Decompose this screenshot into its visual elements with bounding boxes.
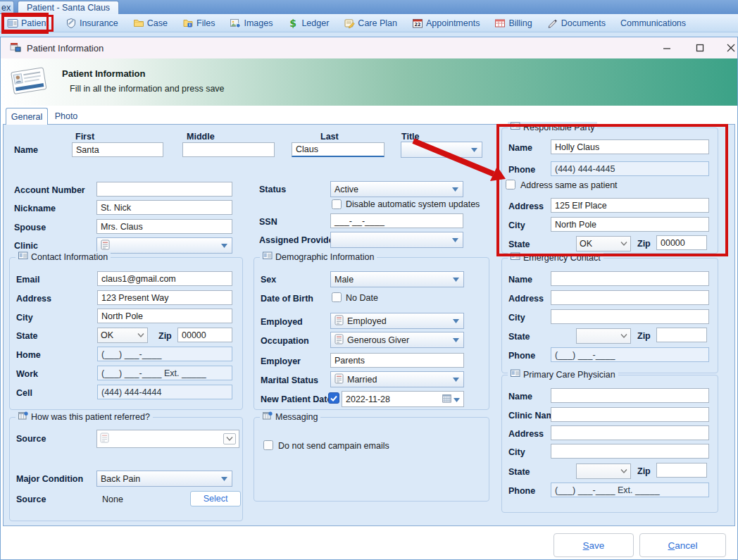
svg-text:22: 22 <box>414 22 420 27</box>
first-name-input[interactable]: Santa <box>72 142 163 157</box>
cell-phone-input[interactable]: (444) 444-4444 <box>97 385 232 399</box>
tab-photo[interactable]: Photo <box>49 108 83 124</box>
toolbar-label: Documents <box>561 18 606 28</box>
campaign-email-optout-checkbox[interactable] <box>263 440 273 450</box>
ec-state-select[interactable] <box>576 328 631 344</box>
cancel-button[interactable]: Cancel <box>639 533 726 557</box>
status-select[interactable]: Active <box>330 181 463 197</box>
state-select[interactable]: OK <box>97 328 148 343</box>
home-phone-input[interactable]: (___) ___-____ <box>97 347 232 361</box>
toolbar-appointments-button[interactable]: 22 Appointments <box>409 16 482 30</box>
pcp-phone-input[interactable]: (___) ___-____ Ext. _____ <box>551 483 709 497</box>
status-label: Status <box>259 185 286 194</box>
employer-input[interactable]: Parents <box>330 353 464 368</box>
toolbar-label: Insurance <box>80 18 118 28</box>
ec-name-input[interactable] <box>551 271 709 286</box>
major-condition-select[interactable]: Back Pain <box>96 471 232 487</box>
window-title: Patient Information <box>27 43 104 54</box>
toolbar-case-button[interactable]: Case <box>130 16 170 30</box>
address-input[interactable]: 123 Present Way <box>97 290 232 305</box>
tab-patient-santa-claus[interactable]: Patient - Santa Claus <box>18 1 119 14</box>
email-input[interactable]: claus1@gmail.com <box>97 271 232 286</box>
tab-index-partial[interactable]: ex <box>0 1 14 14</box>
address-same-as-patient-label: Address same as patient <box>520 180 618 190</box>
nickname-input[interactable]: St. Nick <box>96 200 232 215</box>
disable-updates-checkbox[interactable] <box>332 199 342 209</box>
toolbar-files-button[interactable]: i Files <box>180 16 218 30</box>
module-toolbar: Patient Insurance Case i Files Images $ … <box>0 14 738 32</box>
spouse-input[interactable]: Mrs. Claus <box>96 219 232 234</box>
select-referral-button[interactable]: Select <box>190 491 241 506</box>
toolbar-care-plan-button[interactable]: Care Plan <box>341 16 400 30</box>
maximize-button[interactable] <box>684 37 715 58</box>
pcp-state-select[interactable] <box>576 463 631 479</box>
banner-title: Patient Information <box>62 68 145 79</box>
ec-phone-label: Phone <box>508 351 535 361</box>
nickname-label: Nickname <box>14 204 56 213</box>
dollar-icon: $ <box>287 18 299 29</box>
pcp-city-input[interactable] <box>551 444 709 459</box>
toolbar-communications-button[interactable]: Communications <box>618 17 689 30</box>
ec-city-input[interactable] <box>551 309 709 324</box>
ec-address-input[interactable] <box>551 290 709 305</box>
pcp-name-input[interactable] <box>551 388 709 403</box>
account-number-input[interactable] <box>96 182 232 197</box>
occupation-select[interactable]: Generous Giver <box>330 332 464 348</box>
last-name-input[interactable]: Claus <box>292 142 384 157</box>
rp-address-input[interactable]: 125 Elf Place <box>551 198 709 213</box>
work-phone-label: Work <box>16 369 38 379</box>
clinic-label: Clinic <box>14 241 38 251</box>
address-same-as-patient-checkbox[interactable] <box>506 180 515 189</box>
tab-general[interactable]: General <box>6 108 48 125</box>
header-banner <box>1 58 737 106</box>
group-title: How was this patient referred? <box>31 412 150 422</box>
title-select[interactable] <box>401 142 482 158</box>
close-button[interactable] <box>715 37 738 58</box>
toolbar-ledger-button[interactable]: $ Ledger <box>284 16 332 30</box>
toolbar-label: Appointments <box>426 18 480 28</box>
middle-header: Middle <box>187 132 215 142</box>
rp-city-input[interactable]: North Pole <box>551 217 709 232</box>
pcp-clinic-name-input[interactable] <box>551 407 709 422</box>
work-phone-input[interactable]: (___) ___-____ Ext. _____ <box>97 366 232 380</box>
marital-status-select[interactable]: Married <box>330 371 464 387</box>
ec-phone-input[interactable]: (___) ___-____ <box>551 347 709 362</box>
toolbar-insurance-button[interactable]: Insurance <box>63 16 121 30</box>
no-date-label: No Date <box>346 293 378 303</box>
minimize-button[interactable] <box>651 37 682 58</box>
middle-name-input[interactable] <box>182 142 275 157</box>
referral-grid-icon <box>18 411 28 422</box>
rp-state-select[interactable]: OK <box>576 236 631 251</box>
calendar-icon <box>442 394 451 405</box>
toolbar-documents-button[interactable]: Documents <box>544 16 608 30</box>
pcp-zip-input[interactable] <box>656 463 707 478</box>
list-icon <box>334 315 344 328</box>
toolbar-images-button[interactable]: Images <box>227 16 275 30</box>
ec-zip-input[interactable] <box>656 328 707 342</box>
zip-input[interactable]: 00000 <box>177 328 232 342</box>
new-patient-date-checkbox[interactable] <box>328 392 339 404</box>
toolbar-patient-button[interactable]: Patient <box>2 15 54 32</box>
new-patient-date-input[interactable]: 2022-11-28 <box>342 391 464 407</box>
chevron-down-icon <box>452 238 458 242</box>
rp-zip-label: Zip <box>637 239 651 249</box>
referral-source-select[interactable] <box>96 430 239 448</box>
rp-zip-input[interactable]: 00000 <box>656 235 707 250</box>
employed-select[interactable]: Employed <box>330 313 464 329</box>
chevron-down-icon <box>453 378 459 382</box>
no-date-checkbox[interactable] <box>332 292 342 302</box>
card-icon <box>511 122 520 132</box>
clinic-select[interactable] <box>96 237 232 254</box>
save-button[interactable]: Save <box>554 533 634 557</box>
rp-phone-input[interactable]: (444) 444-4445 <box>551 161 709 176</box>
rp-name-input[interactable]: Holly Claus <box>551 139 709 154</box>
assigned-provider-select[interactable] <box>330 232 463 248</box>
toolbar-billing-button[interactable]: Billing <box>492 16 534 30</box>
pcp-address-input[interactable] <box>551 425 709 440</box>
chevron-down-icon <box>453 338 459 342</box>
pcp-zip-label: Zip <box>637 466 651 476</box>
ec-name-label: Name <box>508 275 532 285</box>
ssn-input[interactable]: ___-__-____ <box>330 213 463 228</box>
sex-select[interactable]: Male <box>330 271 464 287</box>
city-input[interactable]: North Pole <box>97 309 232 323</box>
